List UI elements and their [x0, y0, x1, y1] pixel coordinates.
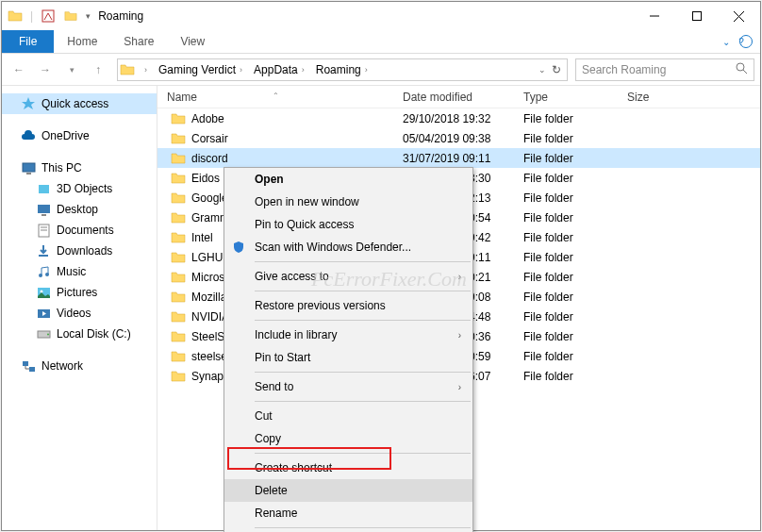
col-header-name[interactable]: Name — [167, 91, 197, 104]
titlebar: | ▾ Roaming — [2, 2, 760, 30]
file-type: File folder — [523, 310, 627, 324]
file-name: Intel — [191, 231, 213, 244]
file-type: File folder — [523, 172, 627, 185]
svg-line-6 — [743, 70, 747, 74]
folder-icon — [36, 285, 51, 300]
folder-icon — [171, 270, 186, 285]
sidebar-this-pc[interactable]: This PC — [2, 158, 157, 178]
file-row[interactable]: Adobe29/10/2018 19:32File folder — [157, 108, 760, 128]
maximize-button[interactable] — [675, 2, 718, 30]
svg-rect-2 — [692, 12, 701, 21]
ctx-include-library[interactable]: Include in library› — [224, 324, 472, 346]
sidebar-item[interactable]: Pictures — [2, 282, 157, 303]
history-dropdown-icon[interactable]: ▾ — [60, 58, 83, 81]
search-icon[interactable] — [736, 62, 748, 77]
navigation-bar: ← → ▾ ↑ › Gaming Verdict› AppData› Roami… — [2, 54, 760, 86]
ctx-rename[interactable]: Rename — [224, 502, 472, 524]
file-name: Mozilla — [191, 291, 226, 304]
address-bar[interactable]: › Gaming Verdict› AppData› Roaming› ⌄ ↻ — [117, 58, 568, 81]
tab-view[interactable]: View — [167, 30, 218, 53]
svg-rect-10 — [38, 205, 50, 213]
breadcrumb[interactable]: Roaming› — [310, 59, 373, 80]
svg-rect-8 — [26, 173, 31, 175]
svg-point-5 — [737, 63, 744, 71]
file-type: File folder — [523, 370, 627, 383]
cloud-icon — [21, 128, 36, 143]
tab-file[interactable]: File — [2, 30, 54, 53]
sidebar-network[interactable]: Network — [2, 356, 157, 376]
sort-asc-icon: ⌃ — [273, 91, 279, 100]
ctx-open[interactable]: Open — [224, 168, 472, 191]
address-dropdown-icon[interactable]: ⌄ — [538, 65, 546, 75]
ctx-give-access[interactable]: Give access to› — [224, 265, 472, 288]
sidebar-item[interactable]: 3D Objects — [2, 178, 157, 199]
sidebar-item[interactable]: Local Disk (C:) — [2, 324, 157, 344]
ctx-cut[interactable]: Cut — [224, 405, 472, 427]
search-input[interactable]: Search Roaming — [575, 58, 754, 81]
file-type: File folder — [523, 191, 627, 205]
tab-home[interactable]: Home — [54, 30, 110, 53]
column-headers[interactable]: Name⌃ Date modified Type Size — [157, 86, 760, 108]
ctx-restore-versions[interactable]: Restore previous versions — [224, 294, 472, 317]
ctx-copy[interactable]: Copy — [224, 427, 472, 450]
file-type: File folder — [523, 251, 627, 264]
folder-icon — [171, 250, 186, 265]
ctx-delete[interactable]: Delete — [224, 479, 472, 502]
file-type: File folder — [523, 350, 627, 363]
folder-icon — [171, 131, 186, 146]
folder-icon — [171, 290, 186, 305]
qat-divider: | — [30, 9, 33, 23]
file-name: discord — [191, 152, 228, 165]
svg-point-17 — [45, 273, 49, 276]
ctx-open-new-window[interactable]: Open in new window — [224, 191, 472, 213]
folder-icon — [171, 230, 186, 245]
col-header-type[interactable]: Type — [523, 91, 627, 104]
pc-icon — [21, 160, 36, 175]
col-header-size[interactable]: Size — [627, 91, 703, 104]
chevron-right-icon[interactable]: › — [144, 65, 147, 75]
svg-rect-23 — [23, 361, 28, 366]
ctx-send-to[interactable]: Send to› — [224, 375, 472, 398]
sidebar-item[interactable]: Music — [2, 261, 157, 282]
folder-icon — [36, 306, 51, 321]
ribbon-tabs: File Home Share View ⌄ ? — [2, 30, 760, 54]
up-button[interactable]: ↑ — [87, 58, 109, 81]
back-button[interactable]: ← — [8, 58, 30, 81]
sidebar-item[interactable]: Desktop — [2, 199, 157, 220]
breadcrumb[interactable]: AppData› — [248, 59, 310, 80]
forward-button[interactable]: → — [34, 58, 57, 81]
file-type: File folder — [523, 132, 627, 145]
star-icon — [21, 96, 36, 111]
refresh-icon[interactable]: ↻ — [552, 63, 561, 76]
breadcrumb[interactable]: Gaming Verdict› — [153, 59, 248, 80]
folder-icon — [171, 349, 186, 364]
sidebar-item[interactable]: Videos — [2, 303, 157, 324]
properties-qat-icon[interactable] — [41, 8, 56, 24]
file-date: 29/10/2018 19:32 — [403, 112, 523, 125]
close-button[interactable] — [718, 2, 760, 30]
chevron-right-icon: › — [458, 272, 461, 282]
file-row[interactable]: discord31/07/2019 09:11File folder — [157, 148, 760, 168]
folder-icon — [36, 243, 51, 258]
svg-rect-7 — [23, 163, 35, 172]
help-icon[interactable]: ? — [739, 35, 753, 48]
window-title: Roaming — [98, 9, 143, 23]
file-type: File folder — [523, 112, 627, 125]
col-header-date[interactable]: Date modified — [403, 91, 523, 104]
svg-rect-24 — [29, 367, 35, 372]
sidebar-quick-access[interactable]: Quick access — [2, 93, 157, 114]
tab-share[interactable]: Share — [110, 30, 167, 53]
sidebar-onedrive[interactable]: OneDrive — [2, 125, 157, 146]
ctx-pin-start[interactable]: Pin to Start — [224, 346, 472, 369]
qat-dropdown-icon[interactable]: ▾ — [86, 11, 91, 21]
path-folder-icon — [120, 62, 135, 77]
file-row[interactable]: Corsair05/04/2019 09:38File folder — [157, 128, 760, 148]
sidebar-item[interactable]: Documents — [2, 220, 157, 241]
folder-qat-icon[interactable] — [63, 8, 78, 24]
ctx-create-shortcut[interactable]: Create shortcut — [224, 457, 472, 479]
minimize-button[interactable] — [633, 2, 675, 30]
ribbon-expand-icon[interactable]: ⌄ — [702, 37, 739, 47]
ctx-scan-defender[interactable]: Scan with Windows Defender... — [224, 236, 472, 258]
ctx-pin-quick[interactable]: Pin to Quick access — [224, 213, 472, 236]
sidebar-item[interactable]: Downloads — [2, 241, 157, 261]
